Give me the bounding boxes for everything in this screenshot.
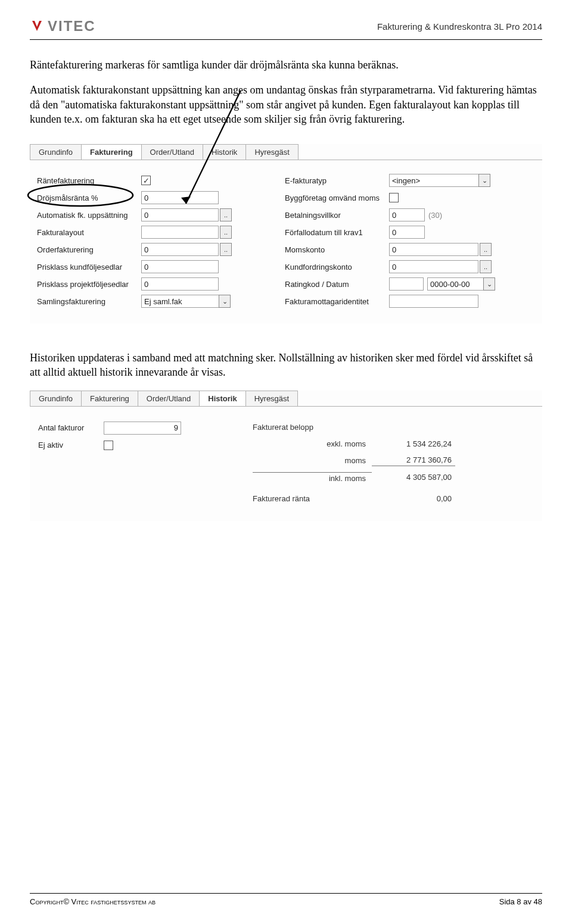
input-ratingdatum[interactable] [427,277,483,291]
label-fakturerat-belopp: Fakturerat belopp [253,423,372,432]
value-moms: 2 771 360,76 [372,455,455,466]
input-fakturalayout[interactable] [141,226,219,239]
label-antal-fakturor: Antal fakturor [38,423,104,432]
label-samlingsfakturering: Samlingsfakturering [37,297,141,306]
tab-grundinfo-2[interactable]: Grundinfo [30,391,82,406]
tab-hyresgast[interactable]: Hyresgäst [245,144,299,160]
lookup-kundfordringskonto-button[interactable]: .. [480,260,492,273]
paragraph-2: Automatisk fakturakonstant uppsättning k… [30,83,542,126]
input-fakturamottagaridentitet[interactable] [389,295,478,308]
tab-hyresgast-2[interactable]: Hyresgäst [245,391,299,406]
lookup-autofk-button[interactable]: .. [220,208,232,221]
label-rantefakturering: Räntefakturering [37,176,141,185]
tab-fakturering[interactable]: Fakturering [81,144,142,160]
tab-grundinfo[interactable]: Grundinfo [30,144,82,160]
input-autofk[interactable] [141,208,219,221]
label-prisklass-kund: Prisklass kundföljesedlar [37,263,141,271]
label-kundfordringskonto: Kundfordringskonto [285,263,389,271]
input-drojsmalsranta[interactable] [141,191,219,204]
label-ratingkod: Ratingkod / Datum [285,280,389,289]
input-betalningsvillkor[interactable] [389,208,425,221]
lookup-momskonto-button[interactable]: .. [480,243,492,256]
tab-fakturering-2[interactable]: Fakturering [81,391,138,406]
input-momskonto[interactable] [389,243,478,256]
tab-order-utland[interactable]: Order/Utland [141,144,203,160]
lookup-fakturalayout-button[interactable]: .. [220,226,232,239]
label-fakturerad-ranta: Fakturerad ränta [253,494,372,503]
tab-order-utland-2[interactable]: Order/Utland [138,391,200,406]
chevron-down-icon[interactable]: ⌄ [478,174,490,187]
footer-rule [30,893,542,894]
page-header: VITEC Fakturering & Kundreskontra 3L Pro… [30,18,542,35]
input-ratingkod[interactable] [389,277,424,291]
input-kundfordringskonto[interactable] [389,260,478,273]
checkbox-rantefakturering[interactable]: ✓ [141,176,151,185]
input-forfallodatum[interactable] [389,226,425,239]
label-forfallodatum: Förfallodatum till krav1 [285,228,389,237]
input-orderfakturering[interactable] [141,243,219,256]
input-prisklass-proj[interactable] [141,277,219,291]
chevron-down-icon[interactable]: ⌄ [219,295,231,308]
vitec-logo-icon [30,19,44,33]
footer-page: Sida 8 av 48 [499,897,542,906]
chevron-down-icon[interactable]: ⌄ [483,277,495,291]
label-fakturamottagaridentitet: Fakturamottagaridentitet [285,297,389,306]
label-byggforetag: Byggföretag omvänd moms [285,193,389,202]
tab-historik-2[interactable]: Historik [199,391,245,406]
label-momskonto: Momskonto [285,245,389,254]
header-rule [30,39,542,40]
logo: VITEC [30,18,96,35]
input-prisklass-kund[interactable] [141,260,219,273]
value-fakturerad-ranta: 0,00 [372,494,455,503]
label-drojsmalsranta: Dröjsmålsränta % [37,193,141,202]
footer-copyright: Copyright© Vitec fastighetssystem ab [30,897,156,906]
value-exkl-moms: 1 534 226,24 [372,439,455,448]
select-samlingsfakturering[interactable] [141,295,219,308]
tab-historik[interactable]: Historik [203,144,246,160]
label-ej-aktiv: Ej aktiv [38,441,104,449]
paragraph-3: Historiken uppdateras i samband med att … [30,351,542,380]
label-orderfakturering: Orderfakturering [37,245,141,254]
label-prisklass-proj: Prisklass projektföljesedlar [37,280,141,289]
input-antal-fakturor[interactable] [104,422,181,435]
tabbar-1: Grundinfo Fakturering Order/Utland Histo… [30,144,542,160]
label-efakturatyp: E-fakturatyp [285,176,389,185]
label-fakturalayout: Fakturalayout [37,228,141,237]
page-footer: Copyright© Vitec fastighetssystem ab Sid… [30,889,542,906]
checkbox-byggforetag[interactable] [389,193,399,202]
label-moms: moms [253,456,372,465]
logo-text: VITEC [48,18,96,35]
doc-title: Fakturering & Kundreskontra 3L Pro 2014 [377,21,542,32]
hint-betalningsvillkor: (30) [428,211,442,220]
screenshot-fakturering: Grundinfo Fakturering Order/Utland Histo… [30,144,542,323]
label-autofk: Automatisk fk. uppsättning [37,211,141,220]
tabbar-2: Grundinfo Fakturering Order/Utland Histo… [30,391,542,407]
label-betalningsvillkor: Betalningsvillkor [285,211,389,220]
value-inkl-moms: 4 305 587,00 [372,473,455,482]
checkbox-ej-aktiv[interactable] [104,441,113,450]
label-exkl-moms: exkl. moms [253,439,372,448]
lookup-orderfakturering-button[interactable]: .. [220,243,232,256]
screenshot-historik: Grundinfo Fakturering Order/Utland Histo… [30,391,542,521]
paragraph-1: Räntefakturering markeras för samtliga k… [30,58,542,72]
label-inkl-moms: inkl. moms [253,472,372,483]
select-efakturatyp[interactable] [389,174,478,187]
